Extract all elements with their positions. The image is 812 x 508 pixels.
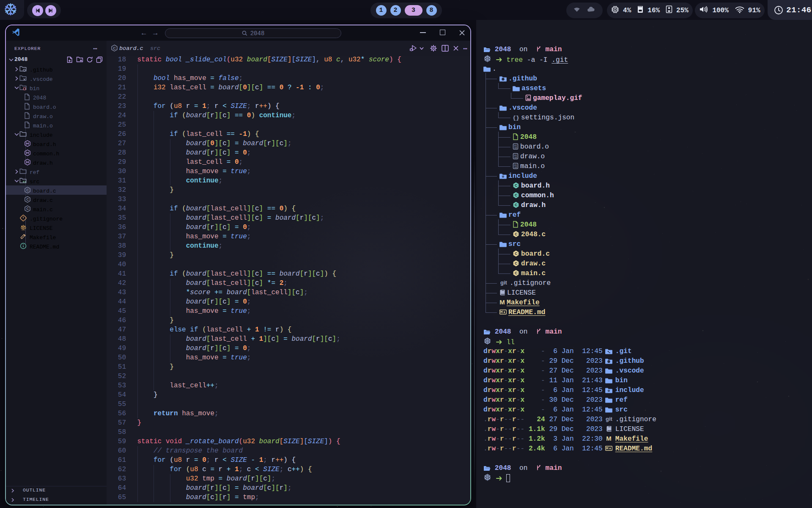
svg-text:{}: {} [513,114,519,121]
svg-text:M: M [606,435,612,442]
svg-text:C: C [26,207,29,211]
svg-text:C: C [515,251,518,256]
svg-text:10: 10 [514,156,517,159]
svg-text:C: C [515,271,518,275]
svg-text:C: C [515,261,518,265]
svg-text:C: C [26,197,29,202]
svg-text:git: git [500,279,508,286]
svg-text:M: M [499,299,505,306]
svg-text:10: 10 [514,166,517,168]
svg-text:C: C [515,193,518,197]
svg-text:C: C [515,203,518,207]
svg-text:10: 10 [514,146,517,149]
svg-text:git: git [606,416,613,422]
svg-text:C: C [515,183,518,188]
svg-text:C: C [113,46,116,50]
svg-text:C: C [26,188,29,192]
svg-text:C: C [515,232,518,236]
